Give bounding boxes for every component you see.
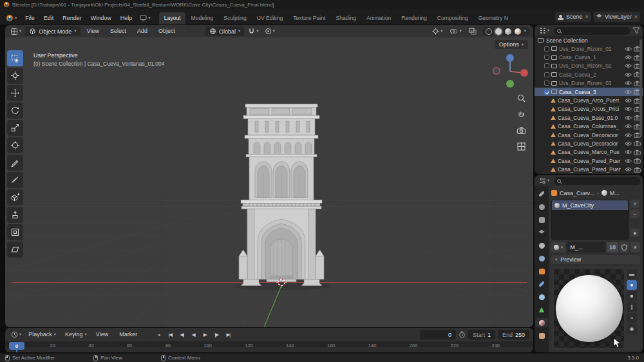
tool-scale-button[interactable] <box>7 120 23 136</box>
properties-search-box[interactable] <box>554 177 640 185</box>
frame-start-field[interactable]: Start 1 <box>468 330 495 339</box>
tool-cursor-button[interactable] <box>7 68 23 84</box>
viewport-menu-item[interactable]: View <box>82 26 104 37</box>
timeline-menu-item[interactable]: Marker <box>115 330 143 339</box>
playhead[interactable]: 0 <box>9 342 24 350</box>
shading-material-button[interactable] <box>505 28 511 35</box>
topbar-menu-item[interactable]: Window <box>86 13 116 24</box>
viewlayer-selector[interactable]: ViewLayer × <box>594 12 640 22</box>
workspace-tab[interactable]: Rendering <box>396 12 432 24</box>
auto-keying-button[interactable]: ● <box>155 330 164 339</box>
preview-mode-button[interactable]: ● <box>627 280 637 290</box>
zoom-button[interactable] <box>516 93 527 104</box>
remove-slot-button[interactable]: − <box>630 209 639 218</box>
toggle-ortho-button[interactable] <box>516 141 527 152</box>
tool-transform-button[interactable] <box>7 137 23 153</box>
tool-add-cube-button[interactable] <box>7 189 23 205</box>
hide-in-viewport-icon[interactable] <box>625 124 632 129</box>
unlink-material-button[interactable]: × <box>630 242 640 252</box>
transport-button[interactable]: ◀ <box>188 330 198 339</box>
transport-button[interactable]: ▶| <box>223 330 233 339</box>
hide-in-viewport-icon[interactable] <box>625 90 632 95</box>
tool-measure-button[interactable] <box>7 172 23 188</box>
workspace-tab[interactable]: Animation <box>361 12 396 24</box>
outliner-item[interactable]: Casa_Cueva_Pared_Puer <box>535 157 643 165</box>
topbar-menu-item[interactable]: Render <box>58 13 86 24</box>
properties-tab[interactable] <box>535 292 548 301</box>
properties-tab[interactable] <box>535 267 548 276</box>
material-slot-row[interactable]: M_CaveCity <box>552 200 628 210</box>
camera-view-button[interactable] <box>516 125 527 136</box>
workspace-tab[interactable]: Sculpting <box>218 12 251 24</box>
disable-in-renders-icon[interactable] <box>634 158 641 164</box>
preview-mode-button[interactable]: ■ <box>627 291 637 301</box>
disable-in-renders-icon[interactable] <box>634 167 641 173</box>
hide-in-viewport-icon[interactable] <box>625 133 632 138</box>
hide-in-viewport-icon[interactable] <box>625 149 632 155</box>
timeline-ruler[interactable]: 0 0 20 40 60 80 100 120 <box>5 341 533 352</box>
show-gizmo-button[interactable]: ▾ <box>430 26 444 36</box>
properties-tab[interactable] <box>535 228 548 237</box>
outliner-item[interactable]: Casa_Cueva_Columnas_ <box>535 122 643 131</box>
fake-user-button[interactable] <box>620 242 629 252</box>
outliner-item[interactable]: Casa_Cueva_Base_01.0 <box>535 113 643 122</box>
collection-checkbox[interactable] <box>544 72 549 77</box>
remove-viewlayer-icon[interactable]: × <box>634 14 638 20</box>
workspace-tab[interactable]: UV Editing <box>252 12 289 24</box>
filter-icon[interactable] <box>632 27 640 34</box>
workspace-tab[interactable]: Modeling <box>185 12 218 24</box>
hide-in-viewport-icon[interactable] <box>625 167 632 172</box>
preview-mode-button[interactable]: ∥ <box>627 302 637 312</box>
show-overlays-button[interactable]: ▾ <box>448 26 463 36</box>
collection-checkbox[interactable] <box>544 90 549 95</box>
outliner-item[interactable]: Casa_Cueva_3 <box>535 88 643 96</box>
transport-button[interactable]: ▶ <box>200 330 210 339</box>
hide-in-viewport-icon[interactable] <box>625 72 632 77</box>
current-frame-field[interactable]: 0 <box>420 330 456 339</box>
viewport-menu-item[interactable]: Add <box>133 26 152 37</box>
tool-annotate-button[interactable] <box>7 155 23 171</box>
transport-button[interactable]: ◀| <box>176 330 187 339</box>
outliner-item[interactable]: Casa_Cueva_Decoracior <box>535 139 643 148</box>
outliner-scrollbar[interactable] <box>639 39 642 136</box>
snap-button[interactable]: ▾ <box>246 26 260 36</box>
collection-checkbox[interactable] <box>544 55 549 60</box>
model-building[interactable] <box>231 104 332 290</box>
properties-tab[interactable] <box>535 318 548 327</box>
navigation-gizmo[interactable] <box>492 52 528 89</box>
workspace-tab[interactable]: Geometry Nodes <box>473 12 508 24</box>
hide-in-viewport-icon[interactable] <box>625 55 632 60</box>
outliner-search-box[interactable] <box>554 27 630 35</box>
preview-mode-button[interactable]: ◉ <box>627 324 637 334</box>
properties-tab[interactable] <box>535 305 548 314</box>
topbar-menu-item[interactable]: Help <box>116 13 137 24</box>
slot-specials-button[interactable]: ▾ <box>630 229 639 237</box>
properties-tab[interactable] <box>535 254 548 263</box>
viewport-menu-item[interactable]: Object <box>154 26 180 37</box>
browse-material-button[interactable]: ▾ <box>551 242 565 252</box>
shading-wireframe-button[interactable] <box>486 28 492 35</box>
hide-in-viewport-icon[interactable] <box>625 141 632 146</box>
hide-in-viewport-icon[interactable] <box>625 106 632 111</box>
properties-tab[interactable] <box>535 189 548 198</box>
outliner-item[interactable]: Casa_Cueva_Decoracior <box>535 131 643 139</box>
outliner-item[interactable]: Casa_Cueva_Arcos_Prici <box>535 105 643 113</box>
hide-in-viewport-icon[interactable] <box>625 63 632 68</box>
outliner-item[interactable]: Casa_Cueva_Marco_Pue <box>535 148 643 157</box>
frame-end-field[interactable]: End 250 <box>498 330 529 339</box>
proportional-edit-button[interactable]: ▾ <box>263 26 277 36</box>
transport-button[interactable]: |◀ <box>165 330 175 339</box>
timeline-menu-item[interactable]: Playback ▾ <box>24 330 60 339</box>
toggle-xray-button[interactable] <box>467 26 478 36</box>
blender-menu-button[interactable]: ▾ <box>3 13 21 24</box>
tool-options-button[interactable]: Options ▾ <box>495 40 528 49</box>
collection-checkbox[interactable] <box>544 46 549 52</box>
scene-collection-row[interactable]: Scene Collection <box>535 36 643 44</box>
outliner-item[interactable]: Casa_Cueva_2 <box>535 70 643 79</box>
outliner-item[interactable]: Uvs_Done_Rizom_02 <box>535 62 643 70</box>
properties-search-input[interactable] <box>564 178 637 184</box>
unlink-scene-icon[interactable]: × <box>585 14 589 20</box>
outliner-item[interactable]: Casa_Cueva_Arco_Puert <box>535 96 643 104</box>
properties-tab[interactable] <box>535 215 548 224</box>
editor-type-button[interactable]: ▾ <box>8 26 23 36</box>
